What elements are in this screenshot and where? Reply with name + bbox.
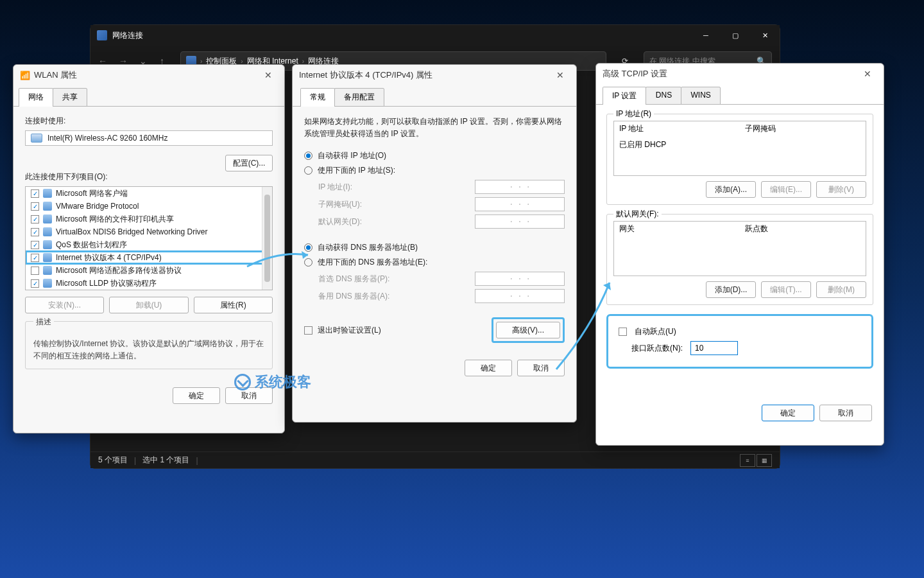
checkbox-icon[interactable] — [31, 267, 39, 275]
edit-ip-button[interactable]: 编辑(E)... — [761, 181, 811, 198]
adv-titlebar: 高级 TCP/IP 设置 ✕ — [596, 64, 884, 84]
tab-dns[interactable]: DNS — [646, 87, 681, 105]
divider: | — [134, 456, 136, 465]
checkbox-icon[interactable]: ✓ — [31, 228, 39, 236]
radio-manual-ip[interactable]: 使用下面的 IP 地址(S): — [304, 165, 565, 176]
tab-network[interactable]: 网络 — [19, 88, 53, 107]
checkbox-icon[interactable]: ✓ — [31, 215, 39, 223]
watermark: 系统极客 — [234, 372, 311, 392]
delete-ip-button[interactable]: 删除(V) — [816, 181, 866, 198]
scrollbar-thumb[interactable] — [264, 195, 270, 282]
checkbox-icon[interactable]: ✓ — [31, 279, 39, 288]
view-toggle: ≡ ▦ — [740, 454, 772, 467]
protocol-label: Internet 协议版本 4 (TCP/IPv4) — [56, 252, 162, 263]
protocol-item[interactable]: ✓VirtualBox NDIS6 Bridged Networking Dri… — [26, 225, 272, 238]
configure-button[interactable]: 配置(C)... — [225, 155, 273, 171]
checkbox-icon[interactable]: ✓ — [31, 202, 39, 211]
protocol-item[interactable]: ✓Microsoft 网络的文件和打印机共享 — [26, 213, 272, 225]
properties-button[interactable]: 属性(R) — [194, 297, 273, 313]
scrollbar[interactable] — [262, 187, 272, 290]
checkbox-icon[interactable]: ✓ — [31, 254, 39, 262]
protocol-item[interactable]: Microsoft 网络适配器多路传送器协议 — [26, 264, 272, 277]
uninstall-button[interactable]: 卸载(U) — [109, 297, 188, 313]
add-ip-button[interactable]: 添加(A)... — [706, 181, 756, 198]
network-connections-icon — [97, 30, 107, 40]
edit-gw-button[interactable]: 编辑(T)... — [761, 281, 811, 298]
protocol-item[interactable]: ✓Microsoft 网络客户端 — [26, 187, 272, 200]
protocol-item[interactable]: ✓Microsoft LLDP 协议驱动程序 — [26, 277, 272, 290]
close-button[interactable]: ✕ — [259, 70, 278, 80]
close-button[interactable]: ✕ — [858, 69, 877, 79]
tab-share[interactable]: 共享 — [53, 88, 87, 107]
radio-auto-ip[interactable]: 自动获得 IP 地址(O) — [304, 150, 565, 161]
ip-address-label: IP 地址(I): — [318, 182, 475, 193]
radio-auto-dns[interactable]: 自动获得 DNS 服务器地址(B) — [304, 242, 565, 253]
checkbox-icon[interactable]: ✓ — [31, 241, 39, 249]
protocol-label: QoS 数据包计划程序 — [56, 240, 127, 250]
ok-button[interactable]: 确定 — [465, 360, 512, 376]
gateway-input: · · · — [475, 215, 565, 229]
validate-checkbox[interactable]: 退出时验证设置(L) — [304, 325, 381, 336]
gw-group-legend: 默认网关(F): — [613, 209, 662, 220]
ip-group-legend: IP 地址(R) — [613, 109, 654, 119]
ip-address-input: · · · — [475, 180, 565, 194]
tab-general[interactable]: 常规 — [300, 88, 335, 107]
tcpip-body: 如果网络支持此功能，则可以获取自动指派的 IP 设置。否则，你需要从网络系统管理… — [293, 107, 576, 385]
protocol-icon — [43, 240, 52, 249]
chevron-right-icon: › — [302, 58, 304, 65]
status-items-count: 5 个项目 — [98, 455, 128, 466]
install-button[interactable]: 安装(N)... — [25, 297, 104, 313]
status-bar: 5 个项目 | 选中 1 个项目 | ≡ ▦ — [90, 451, 780, 468]
view-icons-button[interactable]: ▦ — [757, 454, 772, 467]
cancel-button[interactable]: 取消 — [819, 405, 872, 421]
col-metric-header: 跃点数 — [740, 222, 866, 237]
protocol-label: VirtualBox NDIS6 Bridged Networking Driv… — [56, 227, 208, 236]
advanced-button-highlight: 高级(V)... — [492, 317, 565, 343]
cancel-button[interactable]: 取消 — [517, 360, 565, 376]
ok-button[interactable]: 确定 — [173, 387, 220, 404]
tab-wins[interactable]: WINS — [681, 87, 720, 105]
tcpip-intro: 如果网络支持此功能，则可以获取自动指派的 IP 设置。否则，你需要从网络系统管理… — [304, 116, 565, 140]
items-label: 此连接使用下列项目(O): — [25, 171, 273, 182]
protocol-icon — [43, 279, 52, 288]
delete-gw-button[interactable]: 删除(M) — [816, 281, 866, 298]
col-ip-header: IP 地址 — [614, 121, 740, 137]
dhcp-row: 已启用 DHCP — [614, 137, 866, 153]
add-gw-button[interactable]: 添加(D)... — [706, 281, 756, 298]
protocol-label: Microsoft 网络的文件和打印机共享 — [56, 214, 174, 225]
protocol-icon — [43, 227, 52, 236]
dns1-input: · · · — [475, 272, 565, 286]
interface-metric-label: 接口跃点数(N): — [631, 343, 683, 354]
protocol-label: Microsoft 网络客户端 — [56, 188, 128, 199]
protocol-item[interactable]: ✓Internet 协议版本 4 (TCP/IPv4) — [26, 251, 272, 264]
protocol-item[interactable]: ✓VMware Bridge Protocol — [26, 200, 272, 213]
minimize-button[interactable]: ─ — [691, 25, 721, 46]
protocols-listbox[interactable]: ✓Microsoft 网络客户端✓VMware Bridge Protocol✓… — [25, 186, 273, 290]
gateway-table[interactable]: 网关 跃点数 — [613, 221, 866, 276]
interface-metric-input[interactable] — [690, 341, 738, 355]
dns2-label: 备用 DNS 服务器(A): — [318, 291, 475, 302]
maximize-button[interactable]: ▢ — [721, 25, 750, 46]
explorer-titlebar: 网络连接 ─ ▢ ✕ — [90, 25, 780, 46]
gateway-label: 默认网关(D): — [318, 216, 475, 227]
tab-ip-settings[interactable]: IP 设置 — [603, 87, 646, 105]
ok-button[interactable]: 确定 — [762, 405, 814, 421]
protocol-item[interactable]: ✓QoS 数据包计划程序 — [26, 238, 272, 251]
advanced-button[interactable]: 高级(V)... — [496, 322, 560, 338]
col-gw-header: 网关 — [614, 222, 740, 237]
dns1-label: 首选 DNS 服务器(P): — [318, 274, 475, 285]
radio-manual-dns[interactable]: 使用下面的 DNS 服务器地址(E): — [304, 257, 565, 268]
ip-table[interactable]: IP 地址 子网掩码 已启用 DHCP — [613, 121, 866, 176]
tab-alternate[interactable]: 备用配置 — [334, 88, 384, 107]
window-controls: ─ ▢ ✕ — [691, 25, 780, 46]
wlan-tabs: 网络 共享 — [13, 88, 284, 107]
checkbox-icon[interactable]: ✓ — [31, 189, 39, 198]
close-button[interactable]: ✕ — [750, 25, 780, 46]
checkbox-icon — [619, 328, 627, 336]
auto-metric-checkbox[interactable]: 自动跃点(U) — [619, 326, 861, 337]
watermark-icon — [234, 374, 251, 390]
chevron-right-icon: › — [241, 58, 243, 65]
subnet-input: · · · — [475, 197, 565, 211]
close-button[interactable]: ✕ — [551, 70, 570, 80]
view-details-button[interactable]: ≡ — [740, 454, 755, 467]
